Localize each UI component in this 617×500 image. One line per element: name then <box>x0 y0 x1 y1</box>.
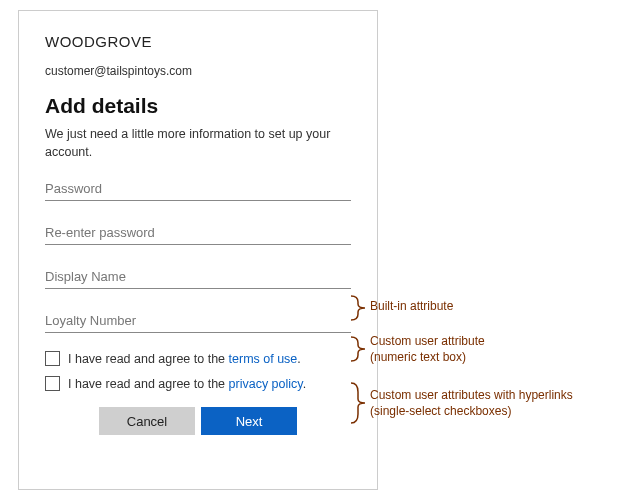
brand-name: WOODGROVE <box>45 33 351 50</box>
annotation-custom-links: Custom user attributes with hyperlinks (… <box>370 388 573 419</box>
page-subtext: We just need a little more information t… <box>45 126 351 161</box>
brace-icon <box>350 295 366 321</box>
privacy-link[interactable]: privacy policy <box>229 377 303 391</box>
password-input[interactable] <box>45 175 351 201</box>
terms-checkbox[interactable] <box>45 351 60 366</box>
terms-link[interactable]: terms of use <box>229 352 298 366</box>
loyalty-number-input[interactable] <box>45 307 351 333</box>
annotation-custom-numeric: Custom user attribute (numeric text box) <box>370 334 485 365</box>
display-name-input[interactable] <box>45 263 351 289</box>
user-email: customer@tailspintoys.com <box>45 64 351 78</box>
brace-icon <box>350 382 366 424</box>
privacy-row: I have read and agree to the privacy pol… <box>45 376 351 391</box>
button-row: Cancel Next <box>45 407 351 435</box>
privacy-label: I have read and agree to the privacy pol… <box>68 377 306 391</box>
page-title: Add details <box>45 94 351 118</box>
cancel-button[interactable]: Cancel <box>99 407 195 435</box>
reenter-password-input[interactable] <box>45 219 351 245</box>
terms-row: I have read and agree to the terms of us… <box>45 351 351 366</box>
next-button[interactable]: Next <box>201 407 297 435</box>
signup-panel: WOODGROVE customer@tailspintoys.com Add … <box>18 10 378 490</box>
brace-icon <box>350 336 366 362</box>
annotation-builtin: Built-in attribute <box>370 299 453 315</box>
terms-label: I have read and agree to the terms of us… <box>68 352 301 366</box>
privacy-checkbox[interactable] <box>45 376 60 391</box>
